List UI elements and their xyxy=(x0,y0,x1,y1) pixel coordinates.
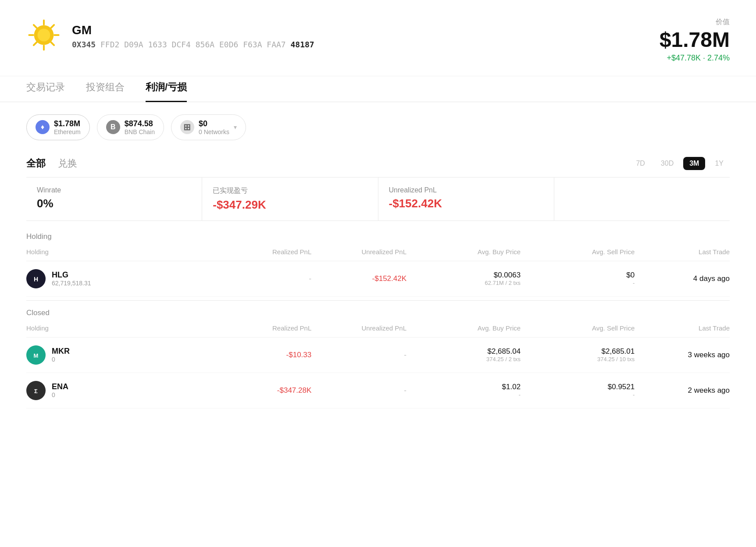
section-tab-all[interactable]: 全部 xyxy=(26,157,46,170)
ena-last-trade: 2 weeks ago xyxy=(635,386,730,395)
tab-transactions[interactable]: 交易记录 xyxy=(26,81,65,102)
time-btn-3m[interactable]: 3M xyxy=(683,157,705,170)
holding-cell-mkr: M MKR 0 xyxy=(26,345,217,365)
th-last-trade: Last Trade xyxy=(635,248,730,256)
value-amount: $1.78M xyxy=(660,28,730,52)
token-logo-ena: Σ xyxy=(26,381,46,400)
chain-text-multi: $0 0 Networks xyxy=(199,119,229,135)
svg-text:H: H xyxy=(34,276,38,283)
ena-avg-sell-group: $0.9521 - xyxy=(521,383,635,398)
stat-realized-value: -$347.29K xyxy=(213,198,367,212)
th2-avg-buy: Avg. Buy Price xyxy=(407,324,521,332)
mkr-avg-sell-sub: 374.25 / 10 txs xyxy=(521,356,635,362)
svg-text:Σ: Σ xyxy=(34,388,38,394)
header: GM 0X345 FFD2 D09A 1633 DCF4 856A E0D6 F… xyxy=(0,0,756,76)
table-row: M MKR 0 -$10.33 - $2,685.04 374.25 / 2 t… xyxy=(26,337,730,373)
pnl-table: Holding Holding Realized PnL Unrealized … xyxy=(0,224,756,408)
mkr-avg-buy: $2,685.04 xyxy=(407,347,521,356)
address-prefix: 0X345 xyxy=(72,40,96,49)
mkr-amount: 0 xyxy=(52,356,70,363)
time-btn-30d[interactable]: 30D xyxy=(655,157,680,170)
tab-pnl[interactable]: 利润/亏损 xyxy=(146,81,187,102)
header-right: 价值 $1.78M +$47.78K · 2.74% xyxy=(660,18,730,63)
ena-avg-buy-group: $1.02 - xyxy=(407,383,521,398)
hlg-avg-buy-group: $0.0063 62.71M / 2 txs xyxy=(407,271,521,286)
mkr-unrealized: - xyxy=(311,351,407,359)
hlg-last-trade: 4 days ago xyxy=(635,274,730,283)
hlg-unrealized: -$152.42K xyxy=(311,274,407,283)
ethereum-icon: ♦ xyxy=(36,120,50,134)
chain-text-bnb: $874.58 BNB Chain xyxy=(125,119,155,135)
ena-name: ENA xyxy=(52,382,68,391)
chain-filters: ♦ $1.78M Ethereum B $874.58 BNB Chain ⊞ … xyxy=(0,102,756,145)
hlg-realized: - xyxy=(217,274,312,283)
address-suffix: 48187 xyxy=(291,40,314,49)
stat-unrealized: Unrealized PnL -$152.42K xyxy=(378,178,554,220)
mkr-realized: -$10.33 xyxy=(217,351,312,359)
stat-realized-label: 已实现盈亏 xyxy=(213,186,367,195)
stat-winrate-value: 0% xyxy=(37,197,191,210)
eth-name: Ethereum xyxy=(54,128,81,135)
section-tabs: 全部 兑换 xyxy=(26,157,77,170)
th2-realized: Realized PnL xyxy=(217,324,312,332)
wallet-address: 0X345 FFD2 D09A 1633 DCF4 856A E0D6 F63A… xyxy=(72,40,314,49)
closed-section-label: Closed xyxy=(26,304,730,319)
stat-realized: 已实现盈亏 -$347.29K xyxy=(202,178,378,220)
th2-last-trade: Last Trade xyxy=(635,324,730,332)
stat-unrealized-label: Unrealized PnL xyxy=(389,186,543,194)
multi-name: 0 Networks xyxy=(199,128,229,135)
table-header: Holding Realized PnL Unrealized PnL Avg.… xyxy=(26,243,730,261)
tab-portfolio[interactable]: 投资组合 xyxy=(86,81,125,102)
svg-line-5 xyxy=(34,25,37,28)
section-divider xyxy=(26,300,730,301)
chain-filter-bnb[interactable]: B $874.58 BNB Chain xyxy=(97,114,164,140)
mkr-avg-sell: $2,685.01 xyxy=(521,347,635,356)
token-info-ena: ENA 0 xyxy=(52,382,68,398)
th-unrealized: Unrealized PnL xyxy=(311,248,407,256)
holding-cell-ena: Σ ENA 0 xyxy=(26,381,217,400)
hlg-name: HLG xyxy=(52,270,91,280)
chain-filter-ethereum[interactable]: ♦ $1.78M Ethereum xyxy=(26,114,90,140)
chain-text-eth: $1.78M Ethereum xyxy=(54,119,81,135)
table-row: H HLG 62,719,518.31 - -$152.42K $0.0063 … xyxy=(26,261,730,297)
hlg-avg-buy-sub: 62.71M / 2 txs xyxy=(407,280,521,286)
svg-point-10 xyxy=(38,29,50,42)
hlg-avg-sell: $0 xyxy=(521,271,635,280)
ena-avg-sell-sub: - xyxy=(521,391,635,398)
ena-unrealized: - xyxy=(311,386,407,395)
svg-line-6 xyxy=(51,42,54,45)
multi-chain-icon: ⊞ xyxy=(180,120,194,134)
stats-row: Winrate 0% 已实现盈亏 -$347.29K Unrealized Pn… xyxy=(26,177,730,221)
svg-text:M: M xyxy=(34,352,39,359)
table-row: Σ ENA 0 -$347.28K - $1.02 - $0.9521 - 2 … xyxy=(26,373,730,408)
ena-realized: -$347.28K xyxy=(217,386,312,395)
closed-table-header: Holding Realized PnL Unrealized PnL Avg.… xyxy=(26,319,730,337)
sun-icon xyxy=(26,18,61,54)
chain-filter-multi[interactable]: ⊞ $0 0 Networks ▾ xyxy=(171,114,246,140)
mkr-avg-buy-sub: 374.25 / 2 txs xyxy=(407,356,521,362)
hlg-amount: 62,719,518.31 xyxy=(52,280,91,287)
svg-line-7 xyxy=(51,25,54,28)
time-btn-1y[interactable]: 1Y xyxy=(709,157,730,170)
token-logo-mkr: M xyxy=(26,345,46,365)
multi-amount: $0 xyxy=(199,119,229,128)
header-info: GM 0X345 FFD2 D09A 1633 DCF4 856A E0D6 F… xyxy=(72,23,314,49)
token-info-hlg: HLG 62,719,518.31 xyxy=(52,270,91,287)
hlg-avg-sell-sub: - xyxy=(521,280,635,286)
stat-winrate-label: Winrate xyxy=(37,186,191,194)
token-logo-hlg: H xyxy=(26,269,46,288)
section-tab-swap[interactable]: 兑换 xyxy=(58,157,77,170)
hlg-avg-sell-group: $0 - xyxy=(521,271,635,286)
time-btn-7d[interactable]: 7D xyxy=(630,157,651,170)
header-left: GM 0X345 FFD2 D09A 1633 DCF4 856A E0D6 F… xyxy=(26,18,314,54)
th2-avg-sell: Avg. Sell Price xyxy=(521,324,635,332)
token-info-mkr: MKR 0 xyxy=(52,347,70,363)
mkr-avg-sell-group: $2,685.01 374.25 / 10 txs xyxy=(521,347,635,362)
th-avg-sell: Avg. Sell Price xyxy=(521,248,635,256)
th-holding: Holding xyxy=(26,248,217,256)
ena-avg-sell: $0.9521 xyxy=(521,383,635,391)
th2-holding: Holding xyxy=(26,324,217,332)
ena-avg-buy-sub: - xyxy=(407,391,521,398)
eth-amount: $1.78M xyxy=(54,119,81,128)
wallet-name: GM xyxy=(72,23,314,37)
